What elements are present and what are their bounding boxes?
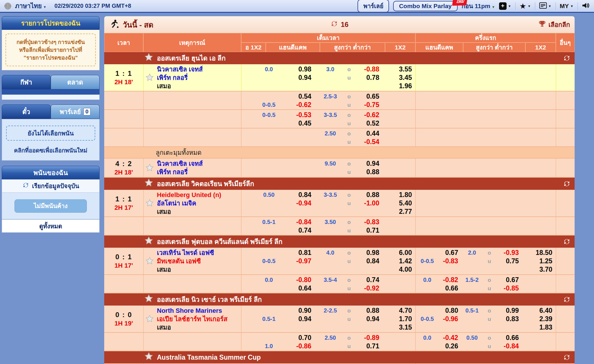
1x2-odds-value[interactable]: 4.70 bbox=[382, 306, 415, 315]
handicap-odds-value[interactable]: 0.98 bbox=[283, 65, 314, 73]
over-under-odds-value[interactable]: 0.94 bbox=[354, 315, 382, 323]
over-under-odds-value[interactable]: 0.66 bbox=[495, 334, 521, 342]
over-under-odds-value[interactable]: 0.88 bbox=[354, 306, 382, 315]
over-under-odds-value[interactable]: 0.84 bbox=[354, 257, 382, 265]
1x2-odds-value[interactable]: 1.70 bbox=[382, 315, 415, 323]
1x2-odds-value[interactable]: 4.00 bbox=[382, 265, 415, 274]
1x2-odds-value[interactable]: 1.96 bbox=[382, 82, 415, 90]
1x2-odds-value[interactable]: 3.55 bbox=[382, 65, 415, 73]
tab-sports[interactable]: กีฬา bbox=[2, 75, 51, 89]
league-star-icon[interactable] bbox=[144, 294, 153, 305]
1x2-odds-value[interactable]: 3.15 bbox=[382, 323, 415, 332]
1x2-odds-value[interactable]: 5.40 bbox=[382, 199, 415, 207]
over-under-odds-value[interactable]: -0.62 bbox=[354, 111, 382, 119]
handicap-odds-value[interactable]: 0.94 bbox=[283, 315, 314, 323]
view-format-button[interactable]: ▼ bbox=[539, 2, 551, 10]
handicap-odds-value[interactable]: 0.67 bbox=[439, 249, 461, 257]
favorite-star-icon[interactable] bbox=[145, 257, 155, 265]
1x2-odds-value[interactable]: 1.42 bbox=[382, 257, 415, 265]
favorite-star-icon[interactable] bbox=[145, 163, 155, 172]
over-under-odds-value[interactable]: 0.71 bbox=[354, 342, 382, 350]
favorite-star-icon[interactable] bbox=[145, 315, 155, 323]
league-star-icon[interactable] bbox=[144, 178, 153, 189]
handicap-odds-value[interactable]: 0.80 bbox=[439, 306, 461, 315]
handicap-odds-value[interactable]: 0.64 bbox=[283, 284, 314, 293]
league-refresh-icon[interactable] bbox=[563, 238, 571, 247]
tab-market[interactable]: ตลาด bbox=[51, 75, 100, 89]
favorite-star-icon[interactable] bbox=[145, 73, 155, 82]
tab-parlay[interactable]: พาร์เลย์ 0 bbox=[51, 104, 100, 119]
over-under-odds-value[interactable]: 0.99 bbox=[495, 306, 521, 315]
globe-icon[interactable] bbox=[4, 2, 12, 10]
handicap-odds-value[interactable]: 0.54 bbox=[283, 92, 314, 101]
handicap-odds-value[interactable]: 0.70 bbox=[283, 334, 314, 342]
1x2-odds-value[interactable]: 1.83 bbox=[521, 323, 556, 332]
over-under-odds-value[interactable]: 0.52 bbox=[354, 119, 382, 128]
over-under-odds-value[interactable]: 0.88 bbox=[354, 168, 382, 176]
select-league-button[interactable]: เลือกลีก bbox=[538, 20, 570, 30]
handicap-odds-value[interactable]: 0.94 bbox=[283, 73, 314, 82]
handicap-odds-value[interactable]: -0.97 bbox=[283, 257, 314, 265]
league-refresh-icon[interactable] bbox=[563, 54, 571, 64]
handicap-odds-value[interactable]: -0.82 bbox=[439, 276, 461, 284]
handicap-odds-value[interactable]: 0.26 bbox=[439, 342, 461, 350]
over-under-odds-value[interactable]: -1.00 bbox=[354, 199, 382, 207]
over-under-odds-value[interactable]: -0.85 bbox=[495, 284, 521, 293]
over-under-odds-value[interactable]: 0.74 bbox=[354, 276, 382, 284]
over-under-odds-value[interactable]: 0.44 bbox=[354, 129, 382, 138]
over-under-odds-value[interactable]: -0.84 bbox=[495, 342, 521, 350]
language-selector[interactable]: ภาษาไทย▼ bbox=[15, 1, 46, 11]
over-under-odds-value[interactable]: 0.88 bbox=[354, 191, 382, 199]
add-view-button[interactable]: + ▼ bbox=[499, 2, 511, 10]
1x2-odds-value[interactable]: 2.39 bbox=[521, 315, 556, 323]
1x2-odds-value[interactable]: 6.00 bbox=[382, 249, 415, 257]
1x2-odds-value[interactable]: 2.77 bbox=[382, 207, 415, 216]
over-under-odds-value[interactable]: -0.88 bbox=[354, 65, 382, 73]
handicap-odds-value[interactable]: -0.84 bbox=[283, 218, 314, 226]
refresh-icon[interactable] bbox=[330, 20, 338, 29]
league-star-icon[interactable] bbox=[144, 53, 153, 64]
handicap-odds-value[interactable]: -0.62 bbox=[283, 101, 314, 109]
combo-mix-parlay-button[interactable]: Combo Mix Parlay ใหม่ bbox=[393, 1, 457, 11]
handicap-odds-value[interactable]: -0.86 bbox=[283, 342, 314, 350]
1x2-odds-value[interactable]: 6.40 bbox=[521, 306, 556, 315]
handicap-odds-value[interactable]: -0.83 bbox=[439, 257, 461, 265]
over-under-odds-value[interactable]: 0.75 bbox=[495, 257, 521, 265]
over-under-odds-value[interactable]: 0.67 bbox=[495, 276, 521, 284]
over-under-odds-value[interactable]: 0.71 bbox=[354, 226, 382, 235]
1x2-odds-value[interactable]: 1.80 bbox=[382, 191, 415, 199]
league-star-icon[interactable] bbox=[144, 236, 153, 247]
parlay-button[interactable]: พาร์เลย์ bbox=[358, 0, 389, 12]
1x2-odds-value[interactable]: 3.45 bbox=[382, 73, 415, 82]
over-under-odds-value[interactable]: -0.54 bbox=[354, 138, 382, 146]
handicap-odds-value[interactable]: -0.94 bbox=[283, 199, 314, 207]
league-refresh-icon[interactable] bbox=[563, 180, 571, 189]
handicap-odds-value[interactable]: -0.42 bbox=[439, 334, 461, 342]
no-pending-bets-button[interactable]: ไม่มีพนันค้าง bbox=[14, 199, 87, 213]
handicap-odds-value[interactable]: 0.74 bbox=[283, 226, 314, 235]
1x2-odds-value[interactable]: 1.25 bbox=[521, 257, 556, 265]
handicap-odds-value[interactable]: -0.53 bbox=[283, 111, 314, 119]
odds-type-selector[interactable]: MY ▼ bbox=[560, 3, 573, 10]
view-all-link[interactable]: ดูทั้งหมด bbox=[2, 219, 100, 233]
over-under-odds-value[interactable]: 0.98 bbox=[354, 249, 382, 257]
over-under-odds-value[interactable]: -0.83 bbox=[354, 218, 382, 226]
league-star-icon[interactable] bbox=[144, 352, 153, 363]
league-refresh-icon[interactable] bbox=[563, 354, 571, 363]
handicap-odds-value[interactable]: 0.84 bbox=[283, 191, 314, 199]
over-under-odds-value[interactable]: -0.75 bbox=[354, 101, 382, 109]
over-under-odds-value[interactable]: -0.93 bbox=[495, 249, 521, 257]
over-under-odds-value[interactable]: 0.65 bbox=[354, 92, 382, 101]
favorite-star-icon[interactable] bbox=[145, 199, 155, 207]
handicap-odds-value[interactable]: 0.66 bbox=[439, 284, 461, 293]
sound-button[interactable] bbox=[582, 2, 590, 10]
refresh-current-data-button[interactable]: เรียกข้อมูลปัจจุบัน bbox=[2, 179, 100, 193]
handicap-odds-value[interactable]: 0.90 bbox=[283, 306, 314, 315]
favorites-menu-button[interactable]: ★ ▼ bbox=[520, 2, 531, 10]
handicap-odds-value[interactable]: -0.80 bbox=[283, 276, 314, 284]
1x2-odds-value[interactable]: 18.50 bbox=[521, 249, 556, 257]
over-under-odds-value[interactable]: 0.83 bbox=[495, 315, 521, 323]
tab-ticket[interactable]: ตั๋ว bbox=[2, 104, 51, 119]
handicap-odds-value[interactable]: 0.45 bbox=[283, 119, 314, 128]
over-under-odds-value[interactable]: 0.78 bbox=[354, 73, 382, 82]
